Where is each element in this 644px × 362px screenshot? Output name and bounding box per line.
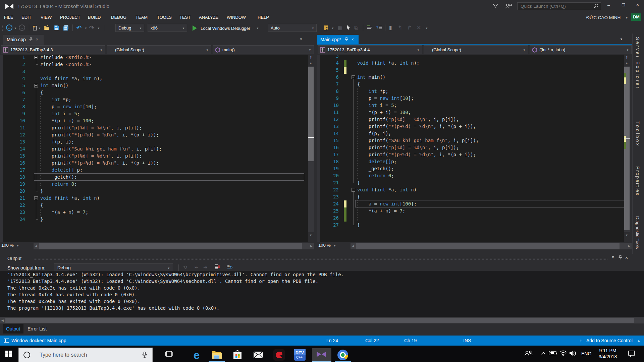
solution-platform-dropdown[interactable]: x86▼ xyxy=(148,24,187,32)
sidebar-tab-properties[interactable]: Properties xyxy=(635,166,640,196)
bookmark-dropdown[interactable]: ▼ xyxy=(425,27,428,30)
code-line[interactable]: 20} xyxy=(0,188,308,195)
code-line[interactable]: 9 p = new int[10]; xyxy=(317,95,624,102)
restore-button[interactable]: ❐ xyxy=(618,0,629,10)
navigate-back-icon[interactable]: ← xyxy=(6,24,12,31)
menu-team[interactable]: TEAM xyxy=(136,15,148,20)
code-line[interactable]: 8 int *p; xyxy=(317,88,624,95)
menu-project[interactable]: PROJECT xyxy=(60,15,80,20)
start-debug-button[interactable]: Local Windows Debugger xyxy=(201,26,250,31)
code-line[interactable]: 22{ xyxy=(0,202,308,209)
taskbar-file-explorer-icon[interactable] xyxy=(209,348,225,362)
window-position-dropdown-icon[interactable]: ▼ xyxy=(611,255,615,259)
expand-icon[interactable]: ▲ xyxy=(637,339,640,342)
user-dropdown-icon[interactable]: ▼ xyxy=(625,16,628,19)
tray-people-icon[interactable] xyxy=(524,350,533,357)
tray-battery-icon[interactable] xyxy=(549,351,557,356)
code-line[interactable]: 17 printf("*(p+%d) = %d\n", i, *(p + i))… xyxy=(317,151,624,158)
symbol-dropdown-right[interactable]: f(int * a, int n)▼ xyxy=(530,45,632,54)
uncomment-lines-icon[interactable]: ? xyxy=(376,25,382,31)
symbol-dropdown-left[interactable]: main()▼ xyxy=(213,45,314,54)
tray-volume-icon[interactable] xyxy=(569,350,577,356)
undo-dropdown[interactable]: ▼ xyxy=(85,27,87,30)
find-dropdown[interactable]: ▼ xyxy=(331,27,334,30)
pin-icon[interactable] xyxy=(618,255,622,260)
tab-main-cpp-left[interactable]: Main.cpp × xyxy=(3,35,44,45)
sidebar-tab-diagnostic-tools[interactable]: Diagnostic Tools xyxy=(635,216,640,249)
code-editor-left[interactable]: 1#include <stdio.h>2#include <conio.h>34… xyxy=(0,55,308,242)
code-line[interactable]: 14 printf("Sau khi goi ham f\n", i, p[i]… xyxy=(0,145,308,153)
start-debug-dropdown[interactable]: ▼ xyxy=(256,27,259,30)
taskbar-mail-icon[interactable] xyxy=(250,348,266,362)
close-button[interactable]: × xyxy=(632,0,643,10)
clear-all-icon[interactable] xyxy=(215,264,220,269)
code-line[interactable]: 2#include <conio.h> xyxy=(0,61,308,68)
menu-file[interactable]: FILE xyxy=(4,15,13,20)
code-line[interactable]: 5int main() xyxy=(0,82,308,89)
quick-launch-input[interactable]: Quick Launch (Ctrl+Q) xyxy=(517,2,601,10)
code-line[interactable]: 13 printf("*(p+%d) = %d\n", i, *(p + i))… xyxy=(317,123,624,130)
menu-debug[interactable]: DEBUG xyxy=(111,15,126,20)
code-line[interactable]: 11 *(p + i) = 100; xyxy=(317,109,624,116)
code-line[interactable]: 3 xyxy=(317,55,624,60)
horizontal-scrollbar-left[interactable]: ◀ ▶ xyxy=(34,243,314,249)
minimize-button[interactable]: – xyxy=(603,0,614,10)
scroll-down-icon[interactable]: ▼ xyxy=(309,234,312,237)
code-line[interactable]: 27} xyxy=(317,222,624,229)
bookmark-icon[interactable]: ▮ xyxy=(389,25,392,31)
splitter-grip-icon[interactable]: ⇕ xyxy=(308,55,314,61)
taskbar-coccoc-icon[interactable] xyxy=(335,348,351,362)
code-line[interactable]: 24} xyxy=(0,216,308,223)
code-line[interactable]: 6int main() xyxy=(317,74,624,81)
code-line[interactable]: 16 printf("p[%d] = %d\n", i, p[i]); xyxy=(317,144,624,151)
tab-error-list[interactable]: Error List xyxy=(24,324,50,334)
menu-help[interactable]: HELP xyxy=(258,15,269,20)
find-in-files-icon[interactable] xyxy=(324,25,329,31)
code-line[interactable]: 19 _getch(); xyxy=(317,165,624,172)
scroll-up-icon[interactable]: ▲ xyxy=(309,61,312,65)
code-line[interactable]: 25 *(a + n) = 7; xyxy=(317,207,624,215)
menu-build[interactable]: BUILD xyxy=(88,15,101,20)
save-icon[interactable] xyxy=(54,25,59,31)
code-line[interactable]: 24 a = new int[100]; xyxy=(317,200,624,207)
scope-dropdown-right[interactable]: (Global Scope)▼ xyxy=(424,45,528,54)
undo-icon[interactable]: ↶ xyxy=(76,25,82,31)
redo-dropdown[interactable]: ▼ xyxy=(97,27,100,30)
vertical-scrollbar-left[interactable]: ⇕ ▲ ▼ xyxy=(308,55,314,242)
output-horizontal-scrollbar[interactable]: ◀ xyxy=(0,317,644,323)
scope-dropdown-left[interactable]: (Global Scope)▼ xyxy=(107,45,211,54)
zoom-control-left[interactable]: 100 %▼ xyxy=(1,243,19,248)
code-line[interactable]: 15 printf("p[%d] = %d\n", i, p[i]); xyxy=(0,153,308,160)
navigate-back-dropdown[interactable]: ▼ xyxy=(14,27,17,30)
code-line[interactable]: 11 printf("p[%d] = %d\n", i, p[i]); xyxy=(0,124,308,131)
sidebar-tab-server-explorer[interactable]: Server Explorer xyxy=(635,37,640,89)
feedback-icon[interactable] xyxy=(505,3,512,9)
code-line[interactable]: 15 printf("Sau khi goi ham f\n", i, p[i]… xyxy=(317,137,624,144)
new-file-icon[interactable] xyxy=(32,25,38,31)
tray-chevron-up-icon[interactable] xyxy=(541,352,546,355)
code-line[interactable]: 4void f(int *a, int n); xyxy=(0,75,308,82)
code-editor-right[interactable]: 34void f(int *a, int n);56int main()7{8 … xyxy=(317,55,624,242)
taskbar-search-input[interactable]: Type here to search xyxy=(18,348,153,362)
code-line[interactable]: 7{ xyxy=(317,81,624,88)
sidebar-tab-toolbox[interactable]: Toolbox xyxy=(635,121,640,147)
redo-icon[interactable]: ↷ xyxy=(89,25,94,31)
user-avatar-badge[interactable]: ĐM xyxy=(631,13,641,21)
tray-language[interactable]: ENG xyxy=(581,351,591,356)
code-line[interactable]: 21} xyxy=(317,179,624,186)
code-line[interactable]: 9 int i = 5; xyxy=(0,110,308,117)
tray-wifi-icon[interactable] xyxy=(559,350,567,356)
menu-window[interactable]: WINDOW xyxy=(227,15,246,20)
tray-clock[interactable]: 9:11 PM 3/4/2018 xyxy=(596,348,619,360)
code-line[interactable]: 12 printf("*(p+%d) = %d\n", i, *(p + i))… xyxy=(0,131,308,138)
pin-icon[interactable] xyxy=(29,37,33,42)
notifications-funnel-icon[interactable] xyxy=(492,3,498,9)
menu-tools[interactable]: TOOLS xyxy=(157,15,172,20)
menu-edit[interactable]: EDIT xyxy=(21,15,32,20)
output-log[interactable]: '1752013_BaiTap3.4.4.exe' (Win32): Loade… xyxy=(0,271,644,317)
code-line[interactable]: 5 xyxy=(317,67,624,74)
close-panel-icon[interactable]: × xyxy=(625,255,628,260)
code-line[interactable]: 8 p = new int[10]; xyxy=(0,103,308,110)
taskbar-garena-icon[interactable] xyxy=(271,348,287,362)
code-line[interactable]: 4void f(int *a, int n); xyxy=(317,60,624,67)
